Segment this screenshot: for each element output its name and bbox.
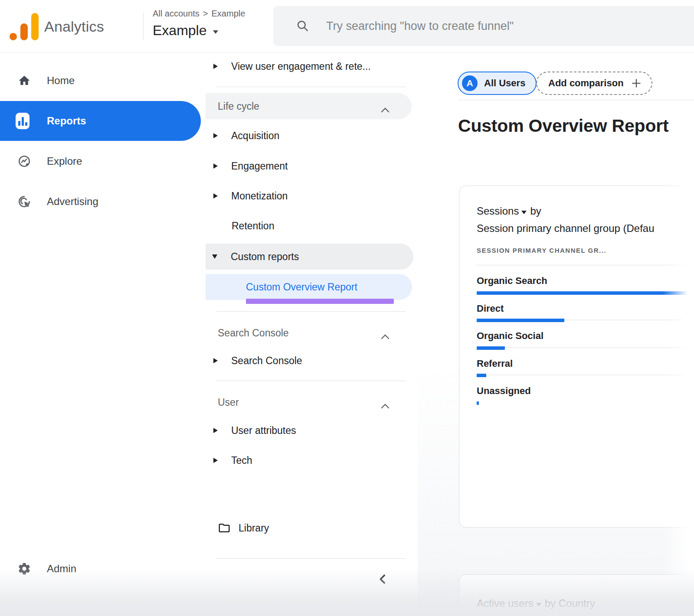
home-icon [17, 74, 31, 88]
sidebar-item-home[interactable]: Home [0, 61, 201, 101]
sidebar-item-label: Admin [47, 563, 76, 575]
channel-label: Direct [477, 303, 504, 314]
add-comparison-label: Add comparison [548, 78, 624, 89]
nav-item-custom-reports[interactable]: Custom reports [201, 244, 413, 270]
chevron-down-icon [213, 30, 218, 34]
segment-avatar: A [462, 75, 478, 91]
page-title: Custom Overview Report [458, 116, 668, 136]
folder-icon [218, 521, 231, 535]
nav-item-search-console[interactable]: Search Console [206, 350, 414, 372]
nav-section-life-cycle[interactable]: Life cycle [201, 93, 412, 119]
search-bar [273, 6, 694, 46]
ga4-app-window: Analytics All accounts > Example Example… [0, 0, 694, 616]
breadcrumb-account: All accounts [153, 9, 200, 19]
logo-bar-short [20, 23, 28, 40]
nav-item-acquisition[interactable]: Acquisition [206, 125, 414, 147]
header-divider [143, 13, 144, 40]
chevron-down-icon [521, 211, 527, 214]
gear-icon [17, 562, 31, 576]
app-header: Analytics All accounts > Example Example [0, 0, 694, 53]
expand-right-icon [213, 358, 218, 363]
report-canvas: A All Users Add comparison Custom Overvi… [408, 53, 694, 616]
nav-divider [216, 558, 406, 559]
product-name: Analytics [44, 18, 104, 35]
breadcrumb-chevron-icon: > [203, 9, 208, 19]
annotation-underline [246, 299, 394, 304]
metric-selector[interactable]: Active users by Country [477, 597, 595, 609]
channel-row: Organic Search [477, 265, 694, 293]
sessions-by-channel-card: Sessions by Session primary channel grou… [459, 186, 694, 528]
reports-icon [16, 114, 29, 128]
channel-label: Organic Search [477, 275, 547, 287]
nav-item-custom-overview-report[interactable]: Custom Overview Report [201, 274, 412, 300]
nav-divider [216, 381, 406, 381]
nav-section-user[interactable]: User [201, 389, 412, 415]
channel-label: Unassigned [477, 385, 531, 397]
nav-item-view-user-engagement[interactable]: View user engagement & rete... [206, 55, 414, 77]
nav-item-user-attributes[interactable]: User attributes [206, 420, 414, 441]
nav-divider [216, 87, 406, 87]
metric-name: Active users [477, 597, 534, 609]
header-rule [458, 100, 694, 100]
sidebar-item-label: Explore [47, 155, 82, 167]
logo-dot [10, 33, 17, 40]
breadcrumb[interactable]: All accounts > Example [153, 9, 245, 19]
primary-sidebar: Home Reports Explore [0, 53, 206, 616]
active-users-by-country-card: Active users by Country [459, 574, 694, 616]
nav-item-engagement[interactable]: Engagement [206, 155, 414, 177]
sidebar-item-label: Home [47, 75, 75, 87]
metric-name: Sessions [477, 205, 519, 217]
nav-item-library[interactable]: Library [206, 516, 414, 540]
expand-right-icon [213, 193, 218, 199]
explore-icon [17, 154, 31, 168]
nav-item-monetization[interactable]: Monetization [206, 185, 414, 207]
nav-divider [216, 311, 406, 312]
channel-bar [477, 401, 479, 405]
channel-label: Referral [477, 358, 513, 369]
sidebar-item-label: Advertising [47, 196, 98, 208]
sidebar-item-advertising[interactable]: Advertising [0, 182, 201, 222]
channel-row: Direct [477, 293, 694, 321]
channel-row: Referral [477, 348, 694, 376]
expand-right-icon [213, 133, 218, 138]
search-input[interactable] [326, 20, 685, 33]
analytics-logo-icon[interactable] [10, 13, 40, 42]
breadcrumb-entity: Example [212, 9, 246, 19]
property-switcher[interactable]: Example [153, 23, 218, 39]
metric-selector[interactable]: Sessions by [477, 205, 541, 217]
channel-label: Organic Social [477, 330, 543, 342]
property-name: Example [153, 23, 207, 39]
dimension-column-header[interactable]: SESSION PRIMARY CHANNEL GR... [477, 247, 606, 254]
logo-bar-tall [31, 13, 39, 40]
nav-item-tech[interactable]: Tech [206, 450, 414, 471]
segment-label: All Users [484, 78, 525, 89]
sidebar-item-label: Reports [47, 115, 86, 127]
collapse-nav-button[interactable] [373, 570, 393, 589]
metric-by: by [530, 205, 541, 217]
channel-rows: Organic SearchDirectOrganic SocialReferr… [477, 265, 694, 403]
chevron-left-icon [376, 573, 390, 586]
add-comparison-button[interactable]: Add comparison [536, 72, 652, 95]
expand-right-icon [213, 428, 218, 433]
chevron-up-icon [381, 330, 390, 342]
sidebar-item-admin[interactable]: Admin [0, 549, 201, 589]
metric-by: by Country [545, 597, 595, 609]
expand-right-icon [213, 64, 218, 69]
sidebar-item-explore[interactable]: Explore [0, 141, 201, 181]
expand-down-icon [212, 254, 217, 259]
dimension-selector[interactable]: Session primary channel group (Defau [477, 222, 655, 235]
all-users-segment-chip[interactable]: A All Users [458, 72, 537, 95]
nav-item-retention[interactable]: Retention [206, 215, 414, 237]
chevron-down-icon [536, 603, 541, 606]
advertising-icon [17, 195, 31, 209]
nav-section-search-console[interactable]: Search Console [201, 320, 412, 346]
chevron-up-icon [381, 400, 390, 411]
plus-icon [631, 78, 642, 89]
sidebar-item-reports[interactable]: Reports [0, 101, 201, 141]
channel-row: Unassigned [477, 375, 694, 403]
expand-right-icon [213, 458, 218, 463]
expand-right-icon [213, 163, 218, 169]
reports-nav-panel: View user engagement & rete... Life cycl… [201, 53, 418, 616]
search-icon [296, 19, 310, 33]
channel-row: Organic Social [477, 320, 694, 348]
